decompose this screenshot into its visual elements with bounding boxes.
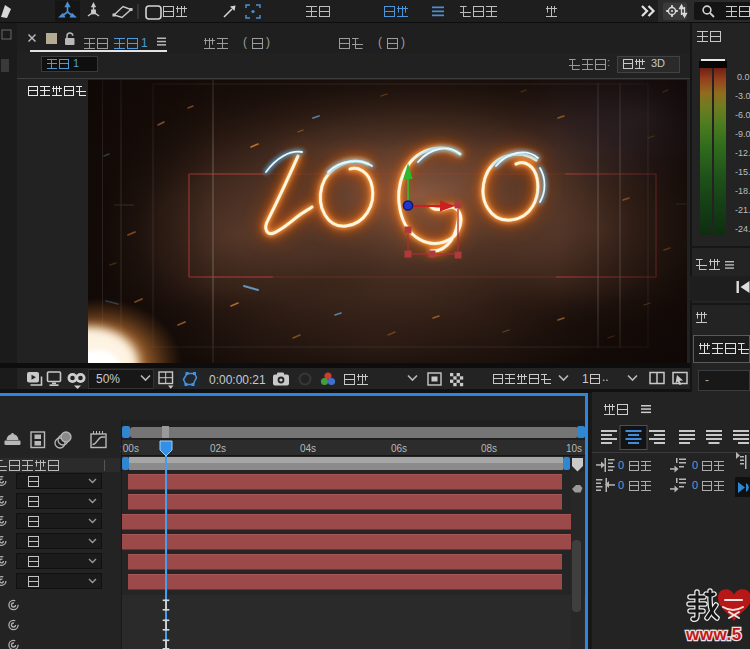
svg-text:www.5: www.5 xyxy=(685,625,742,644)
